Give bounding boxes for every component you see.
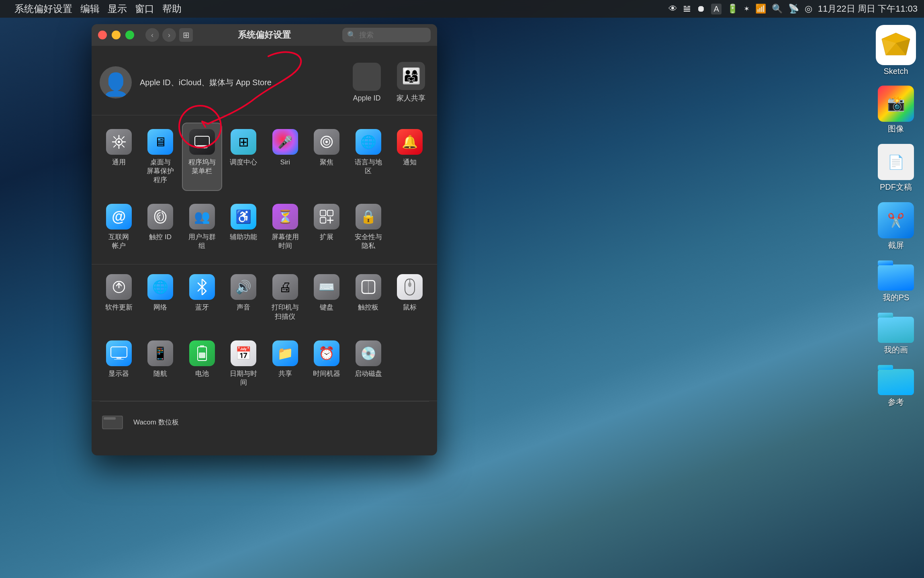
settings-item-datetime[interactable]: 📅 日期与时间 bbox=[225, 335, 263, 393]
svg-rect-40 bbox=[104, 417, 116, 420]
settings-item-mission[interactable]: ⊞ 调度中心 bbox=[225, 123, 263, 190]
mouse-label: 鼠标 bbox=[403, 303, 417, 312]
settings-item-time-machine[interactable]: ⏰ 时间机器 bbox=[308, 335, 346, 393]
sidebar-item-reference[interactable]: 参考 bbox=[875, 362, 917, 411]
sidebar-item-sketch[interactable]: Sketch bbox=[873, 22, 919, 79]
accessibility-label: 辅助功能 bbox=[230, 233, 257, 242]
battery-icon[interactable]: 🔋 bbox=[727, 4, 738, 14]
svg-rect-32 bbox=[111, 347, 127, 357]
extensions-icon bbox=[314, 204, 339, 230]
sound-icon: 🔊 bbox=[231, 274, 256, 300]
window-title: 系统偏好设置 bbox=[238, 29, 291, 41]
datetime-icon: 📅 bbox=[231, 340, 256, 366]
bluetooth-icon[interactable]: ✶ bbox=[744, 4, 750, 13]
general-label: 通用 bbox=[112, 158, 126, 167]
svg-point-22 bbox=[325, 141, 328, 143]
bluetooth-label: 蓝牙 bbox=[195, 303, 209, 312]
menubar: 系统偏好设置 编辑 显示 窗口 帮助 👁 𝌡 ⏺ A 🔋 ✶ 📶 🔍 📡 ◎ 1… bbox=[0, 0, 924, 18]
settings-item-trackpad[interactable]: 触控板 bbox=[349, 269, 388, 326]
svg-rect-24 bbox=[327, 210, 333, 216]
display-menu[interactable]: 显示 bbox=[108, 2, 127, 15]
svg-point-31 bbox=[408, 282, 411, 287]
app-name-menu[interactable]: 系统偏好设置 bbox=[14, 2, 72, 15]
settings-item-sound[interactable]: 🔊 声音 bbox=[225, 269, 263, 326]
settings-item-printers[interactable]: 🖨 打印机与扫描仪 bbox=[266, 269, 305, 326]
help-menu[interactable]: 帮助 bbox=[162, 2, 182, 15]
settings-item-touch-id[interactable]: 触控 ID bbox=[141, 198, 180, 256]
eye-icon[interactable]: 👁 bbox=[668, 4, 677, 14]
family-sharing-shortcut[interactable]: 👨‍👩‍👧 家人共享 bbox=[393, 62, 429, 103]
settings-item-software-update[interactable]: 软件更新 bbox=[100, 269, 138, 326]
search-icon: 🔍 bbox=[347, 31, 356, 39]
search-menubar-icon[interactable]: 🔍 bbox=[772, 4, 783, 14]
reference-label: 参考 bbox=[888, 397, 904, 408]
back-button[interactable]: ‹ bbox=[145, 28, 159, 42]
window-menu[interactable]: 窗口 bbox=[135, 2, 154, 15]
settings-item-security[interactable]: 🔒 安全性与隐私 bbox=[349, 198, 388, 256]
settings-item-displays[interactable]: 显示器 bbox=[100, 335, 138, 393]
my-draw-icon bbox=[878, 313, 914, 343]
maximize-button[interactable] bbox=[125, 31, 134, 39]
settings-item-extensions[interactable]: 扩展 bbox=[308, 198, 346, 256]
settings-item-dock[interactable]: 程序坞与菜单栏 bbox=[183, 123, 221, 190]
settings-item-general[interactable]: 通用 bbox=[100, 123, 138, 190]
desktop: 系统偏好设置 编辑 显示 窗口 帮助 👁 𝌡 ⏺ A 🔋 ✶ 📶 🔍 📡 ◎ 1… bbox=[0, 0, 924, 578]
avatar[interactable]: 👤 bbox=[100, 66, 132, 98]
search-bar[interactable]: 🔍 bbox=[342, 28, 431, 42]
mission-label: 调度中心 bbox=[230, 158, 257, 167]
settings-item-notifications[interactable]: 🔔 通知 bbox=[391, 123, 429, 190]
settings-item-bluetooth[interactable]: 蓝牙 bbox=[183, 269, 221, 326]
profile-description[interactable]: Apple ID、iCloud、媒体与 App Store bbox=[140, 78, 272, 87]
sharing-icon: 📁 bbox=[272, 340, 298, 366]
edit-menu[interactable]: 编辑 bbox=[80, 2, 100, 15]
printers-icon: 🖨 bbox=[272, 274, 298, 300]
mouse-icon bbox=[397, 274, 423, 300]
settings-item-accessibility[interactable]: ♿ 辅助功能 bbox=[225, 198, 263, 256]
clock-icon[interactable]: ⏺ bbox=[697, 4, 705, 14]
settings-item-battery[interactable]: 电池 bbox=[183, 335, 221, 393]
settings-item-keyboard[interactable]: ⌨️ 键盘 bbox=[308, 269, 346, 326]
sidebar-item-my-draw[interactable]: 我的画 bbox=[875, 309, 917, 359]
settings-item-screen-time[interactable]: ⏳ 屏幕使用时间 bbox=[266, 198, 305, 256]
fingerprint-icon[interactable]: 𝌡 bbox=[683, 4, 691, 14]
close-button[interactable] bbox=[98, 31, 107, 39]
settings-item-sharing[interactable]: 📁 共享 bbox=[266, 335, 305, 393]
settings-item-startup-disk[interactable]: 💿 启动磁盘 bbox=[349, 335, 388, 393]
minimize-button[interactable] bbox=[112, 31, 121, 39]
apple-id-shortcut[interactable]: Apple ID bbox=[349, 63, 385, 102]
screenshot-icon: ✂️ bbox=[878, 202, 914, 238]
accessibility-icon: ♿ bbox=[231, 204, 256, 230]
svg-rect-17 bbox=[199, 147, 200, 148]
settings-item-language[interactable]: 🌐 语言与地区 bbox=[349, 123, 388, 190]
sidebar-item-my-ps[interactable]: 我的PS bbox=[875, 257, 917, 306]
settings-item-sidecar[interactable]: 📱 随航 bbox=[141, 335, 180, 393]
sidebar-item-screenshot[interactable]: ✂️ 截屏 bbox=[875, 199, 917, 254]
wifi-icon[interactable]: 📶 bbox=[755, 4, 766, 14]
settings-item-siri[interactable]: 🎤 Siri bbox=[266, 123, 305, 190]
airdrop-icon[interactable]: 📡 bbox=[788, 4, 799, 14]
siri-icon[interactable]: ◎ bbox=[805, 4, 812, 14]
sidebar-item-pdf[interactable]: 📄 PDF文稿 bbox=[875, 141, 917, 196]
software-update-label: 软件更新 bbox=[105, 303, 133, 312]
security-label: 安全性与隐私 bbox=[352, 233, 384, 250]
grid-view-button[interactable]: ⊞ bbox=[179, 28, 193, 42]
window-nav: ‹ › ⊞ bbox=[145, 28, 193, 42]
notifications-label: 通知 bbox=[403, 158, 417, 167]
settings-item-internet[interactable]: @ 互联网帐户 bbox=[100, 198, 138, 256]
screen-time-icon: ⏳ bbox=[272, 204, 298, 230]
settings-item-network[interactable]: 🌐 网络 bbox=[141, 269, 180, 326]
bluetooth-settings-icon bbox=[189, 274, 215, 300]
svg-rect-25 bbox=[320, 217, 326, 223]
keyboard-icon: ⌨️ bbox=[314, 274, 339, 300]
desktop-icon: 🖥 bbox=[147, 129, 173, 155]
settings-item-focus[interactable]: 聚焦 bbox=[308, 123, 346, 190]
wacom-icon[interactable] bbox=[100, 410, 125, 435]
settings-item-users[interactable]: 👥 用户与群组 bbox=[183, 198, 221, 256]
sidebar-item-photos[interactable]: 📸 图像 bbox=[875, 82, 917, 137]
text-icon[interactable]: A bbox=[711, 4, 721, 14]
settings-item-desktop[interactable]: 🖥 桌面与屏幕保护程序 bbox=[141, 123, 180, 190]
search-input[interactable] bbox=[359, 31, 426, 39]
pdf-icon: 📄 bbox=[878, 144, 914, 180]
settings-item-mouse[interactable]: 鼠标 bbox=[391, 269, 429, 326]
forward-button[interactable]: › bbox=[162, 28, 176, 42]
